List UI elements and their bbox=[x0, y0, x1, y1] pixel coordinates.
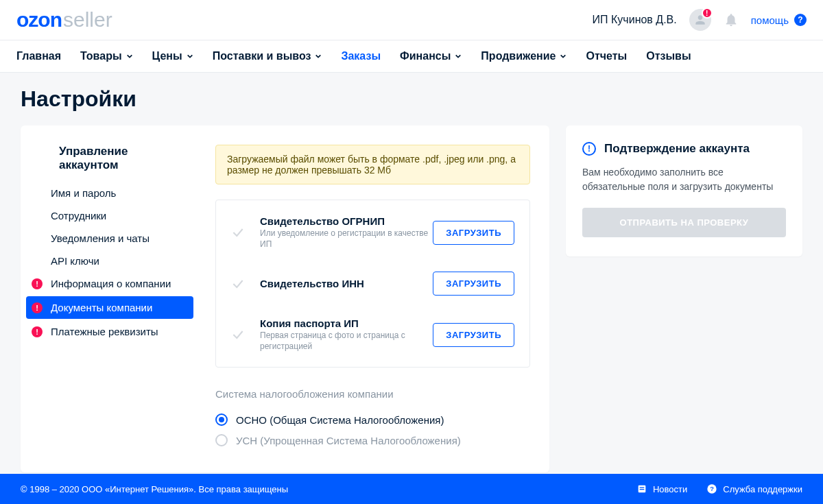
nav-item-5[interactable]: Финансы bbox=[400, 42, 462, 71]
sidebar-item-2[interactable]: Уведомления и чаты bbox=[21, 227, 199, 250]
tax-option-label: ОСНО (Общая Система Налогообложения) bbox=[236, 414, 444, 426]
document-row-2: Копия паспорта ИППервая страница с фото … bbox=[216, 307, 529, 363]
nav-item-4[interactable]: Заказы bbox=[341, 42, 381, 71]
news-icon bbox=[636, 483, 647, 486]
nav-item-0[interactable]: Главная bbox=[16, 42, 61, 71]
sidebar-item-3[interactable]: API ключи bbox=[21, 250, 199, 272]
footer-news-label: Новости bbox=[653, 484, 687, 487]
upload-button[interactable]: ЗАГРУЗИТЬ bbox=[433, 323, 514, 347]
check-icon bbox=[231, 226, 245, 239]
footer-right: Новости ? Служба поддержки bbox=[636, 483, 802, 486]
nav-item-label: Отчеты bbox=[586, 50, 627, 62]
nav-item-3[interactable]: Поставки и вывоз bbox=[213, 42, 322, 71]
document-subtitle: Первая страница с фото и страница с реги… bbox=[260, 331, 433, 352]
logo[interactable]: ozon seller bbox=[16, 8, 112, 32]
radio-icon bbox=[215, 434, 228, 446]
nav-item-7[interactable]: Отчеты bbox=[586, 42, 627, 71]
nav-item-label: Продвижение bbox=[481, 50, 556, 62]
support-icon: ? bbox=[706, 483, 717, 486]
header: ozon seller ИП Кучинов Д.В. ! помощь ? bbox=[0, 0, 823, 40]
page-title: Настройки bbox=[21, 86, 802, 112]
verification-text: Вам необходимо заполнить все обязательны… bbox=[582, 165, 786, 194]
nav-item-label: Финансы bbox=[400, 50, 451, 62]
nav-item-label: Цены bbox=[152, 50, 182, 62]
sidebar-item-6[interactable]: !Платежные реквизиты bbox=[21, 320, 199, 343]
svg-text:?: ? bbox=[710, 485, 714, 486]
nav-item-1[interactable]: Товары bbox=[80, 42, 133, 71]
avatar-wrap[interactable]: ! bbox=[689, 9, 711, 31]
footer: © 1998 – 2020 ООО «Интернет Решения». Вс… bbox=[0, 474, 823, 486]
footer-copyright: © 1998 – 2020 ООО «Интернет Решения». Вс… bbox=[21, 484, 288, 487]
nav-item-2[interactable]: Цены bbox=[152, 42, 193, 71]
document-title: Свидетельство ОГРНИП bbox=[260, 215, 433, 227]
sidebar-title: Управление аккаунтом bbox=[21, 145, 199, 182]
upload-notice: Загружаемый файл может быть в формате .p… bbox=[215, 145, 530, 184]
chevron-down-icon bbox=[455, 53, 462, 60]
nav-item-label: Заказы bbox=[341, 50, 381, 62]
nav-item-label: Отзывы bbox=[646, 50, 691, 62]
help-link[interactable]: помощь ? bbox=[751, 14, 807, 26]
chevron-down-icon bbox=[187, 53, 193, 60]
tax-section-label: Система налогообложения компании bbox=[215, 388, 530, 400]
tax-option-1[interactable]: УСН (Упрощенная Система Налогообложения) bbox=[215, 430, 530, 451]
check-icon bbox=[231, 328, 245, 341]
nav-item-8[interactable]: Отзывы bbox=[646, 42, 691, 71]
settings-sidebar: Управление аккаунтом Имя и парольСотрудн… bbox=[21, 145, 199, 451]
document-row-1: Свидетельство ИННЗАГРУЗИТЬ bbox=[216, 261, 529, 307]
verification-title: Подтверждение аккаунта bbox=[604, 142, 750, 156]
info-icon: ! bbox=[582, 142, 596, 156]
header-right: ИП Кучинов Д.В. ! помощь ? bbox=[593, 9, 807, 31]
sidebar-item-label: Платежные реквизиты bbox=[51, 326, 158, 337]
sidebar-item-label: Документы компании bbox=[51, 302, 152, 313]
footer-news-link[interactable]: Новости bbox=[636, 483, 687, 486]
tax-option-0[interactable]: ОСНО (Общая Система Налогообложения) bbox=[215, 409, 530, 430]
radio-icon bbox=[215, 413, 228, 426]
main-card: Управление аккаунтом Имя и парольСотрудн… bbox=[21, 125, 549, 472]
alert-badge-icon: ! bbox=[702, 8, 713, 19]
chevron-down-icon bbox=[315, 53, 322, 60]
nav-item-label: Товары bbox=[80, 50, 122, 62]
logo-sub: seller bbox=[63, 8, 112, 32]
chevron-down-icon bbox=[560, 53, 566, 60]
sidebar-item-label: Уведомления и чаты bbox=[51, 232, 150, 244]
alert-icon: ! bbox=[32, 278, 43, 289]
sidebar-item-4[interactable]: !Информация о компании bbox=[21, 272, 199, 295]
help-icon: ? bbox=[794, 14, 807, 26]
layout: Управление аккаунтом Имя и парольСотрудн… bbox=[21, 125, 802, 472]
help-label: помощь bbox=[751, 14, 789, 26]
submit-verification-button[interactable]: ОТПРАВИТЬ НА ПРОВЕРКУ bbox=[582, 208, 786, 237]
sidebar-item-label: Сотрудники bbox=[51, 210, 106, 221]
sidebar-item-5[interactable]: !Документы компании bbox=[26, 296, 193, 319]
svg-rect-0 bbox=[639, 485, 646, 487]
logo-main: ozon bbox=[16, 8, 62, 32]
sidebar-item-label: API ключи bbox=[51, 255, 99, 267]
alert-icon: ! bbox=[32, 326, 43, 337]
sidebar-item-0[interactable]: Имя и пароль bbox=[21, 182, 199, 204]
main-nav: ГлавнаяТоварыЦеныПоставки и вывозЗаказыФ… bbox=[0, 40, 823, 73]
documents-box: Свидетельство ОГРНИПИли уведомление о ре… bbox=[215, 200, 530, 368]
verification-card: ! Подтверждение аккаунта Вам необходимо … bbox=[566, 125, 802, 256]
nav-item-label: Поставки и вывоз bbox=[213, 50, 311, 62]
nav-item-label: Главная bbox=[16, 50, 61, 62]
document-title: Свидетельство ИНН bbox=[260, 278, 433, 289]
document-title: Копия паспорта ИП bbox=[260, 317, 433, 329]
username[interactable]: ИП Кучинов Д.В. bbox=[593, 14, 677, 26]
upload-button[interactable]: ЗАГРУЗИТЬ bbox=[433, 221, 514, 245]
sidebar-item-label: Информация о компании bbox=[51, 278, 171, 289]
check-icon bbox=[231, 277, 245, 291]
nav-item-6[interactable]: Продвижение bbox=[481, 42, 566, 71]
document-row-0: Свидетельство ОГРНИПИли уведомление о ре… bbox=[216, 204, 529, 261]
footer-support-link[interactable]: ? Служба поддержки bbox=[706, 483, 802, 486]
content: Загружаемый файл может быть в формате .p… bbox=[199, 145, 549, 451]
verification-header: ! Подтверждение аккаунта bbox=[582, 142, 786, 156]
bell-icon[interactable] bbox=[724, 12, 739, 27]
footer-support-label: Служба поддержки bbox=[723, 484, 802, 487]
chevron-down-icon bbox=[126, 53, 133, 60]
upload-button[interactable]: ЗАГРУЗИТЬ bbox=[433, 272, 514, 296]
page: Настройки Управление аккаунтом Имя и пар… bbox=[0, 73, 823, 486]
document-subtitle: Или уведомление о регистрации в качестве… bbox=[260, 228, 433, 250]
sidebar-item-1[interactable]: Сотрудники bbox=[21, 204, 199, 227]
alert-icon: ! bbox=[32, 302, 43, 313]
sidebar-item-label: Имя и пароль bbox=[51, 187, 116, 199]
tax-option-label: УСН (Упрощенная Система Налогообложения) bbox=[236, 435, 461, 446]
